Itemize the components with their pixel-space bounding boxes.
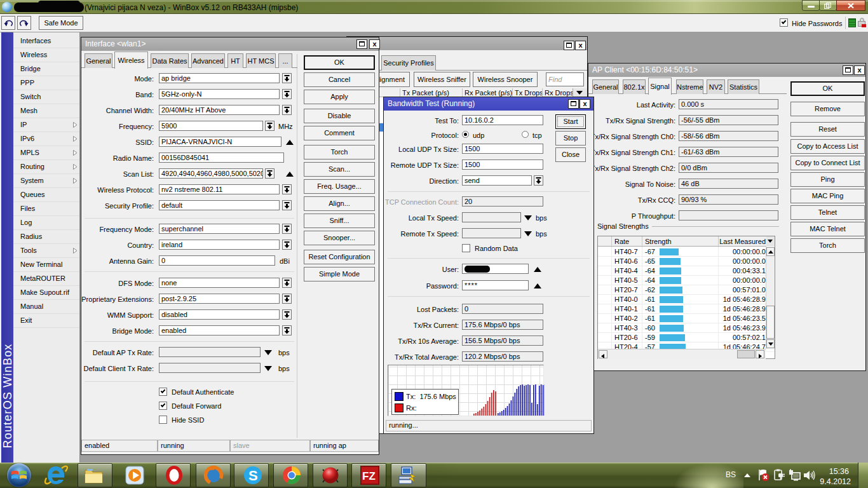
svg-text:S: S (248, 468, 258, 484)
svg-text:FZ: FZ (362, 470, 376, 482)
